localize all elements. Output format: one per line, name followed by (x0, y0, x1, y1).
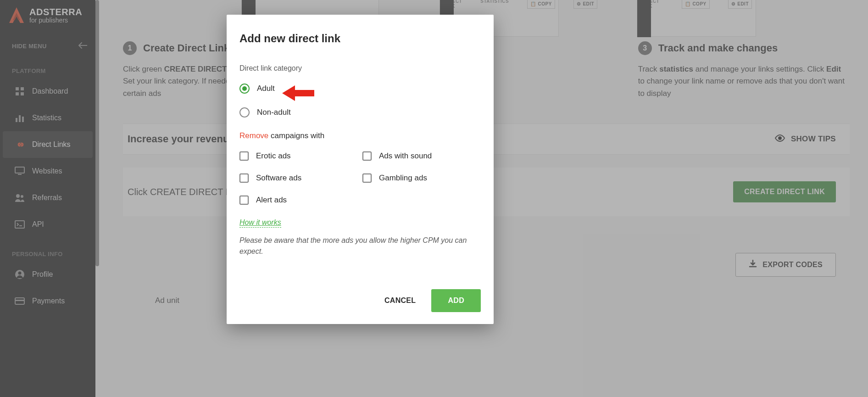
check-label: Software ads (256, 173, 301, 183)
radio-adult[interactable]: Adult (239, 84, 481, 94)
check-alert-ads[interactable]: Alert ads (239, 196, 358, 205)
check-software-ads[interactable]: Software ads (239, 173, 358, 183)
check-label: Ads with sound (379, 151, 432, 161)
remove-campaigns-label: Remove campaigns with (239, 131, 481, 140)
modal-title: Add new direct link (239, 32, 481, 45)
check-label: Gambling ads (379, 173, 427, 183)
modal-actions: CANCEL ADD (239, 289, 481, 312)
radio-icon (239, 107, 250, 117)
radio-nonadult[interactable]: Non-adult (239, 107, 481, 117)
checkbox-icon (362, 151, 372, 161)
check-gambling-ads[interactable]: Gambling ads (362, 173, 481, 183)
check-label: Alert ads (256, 196, 287, 205)
check-label: Erotic ads (256, 151, 291, 161)
add-direct-link-modal: Add new direct link Direct link category… (227, 15, 494, 324)
modal-note: Please be aware that the more ads you al… (239, 235, 481, 257)
how-it-works-link[interactable]: How it works (239, 218, 281, 228)
check-ads-with-sound[interactable]: Ads with sound (362, 151, 481, 161)
checkbox-icon (239, 196, 249, 205)
check-erotic-ads[interactable]: Erotic ads (239, 151, 358, 161)
radio-label: Non-adult (257, 108, 291, 117)
remove-options: Erotic ads Ads with sound Software ads G… (239, 151, 481, 205)
radio-label: Adult (257, 84, 275, 93)
checkbox-icon (239, 173, 249, 183)
radio-icon (239, 84, 250, 94)
add-button[interactable]: ADD (431, 289, 481, 312)
category-label: Direct link category (239, 64, 481, 73)
cancel-button[interactable]: CANCEL (380, 289, 420, 312)
checkbox-icon (362, 173, 372, 183)
